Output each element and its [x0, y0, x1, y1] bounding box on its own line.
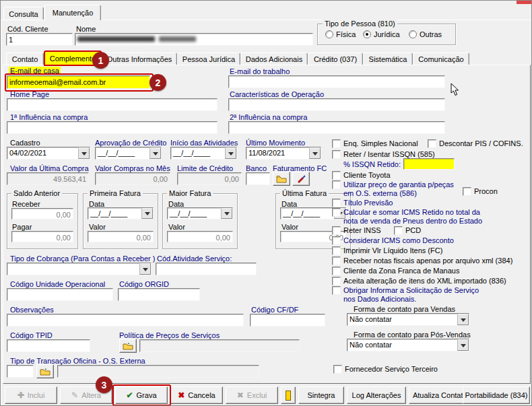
transacao-input[interactable]	[7, 365, 34, 378]
close-button-partial[interactable]	[517, 1, 531, 4]
email-casa-label: E-mail de casa	[9, 67, 61, 75]
faturamento-browse-button[interactable]	[273, 172, 290, 186]
politica-browse-button[interactable]	[119, 339, 137, 353]
caracteristicas-input[interactable]	[228, 98, 445, 111]
sintegra-button[interactable]: Sintegra	[298, 386, 344, 404]
portabilidade-button[interactable]: Portabilidade (834)	[463, 386, 530, 404]
receber-xml-label: Receber notas fiscais apenas por arquivo…	[343, 257, 512, 265]
cancela-button[interactable]: ✖Cancela	[170, 386, 223, 404]
icms-desconto-checkbox[interactable]	[332, 236, 341, 245]
tab-manutencao[interactable]: Manutenção	[44, 5, 101, 20]
check-aceita-xml[interactable]: Aceita alteração de itens do XML importa…	[332, 277, 506, 285]
delete-icon: ✖	[237, 391, 244, 399]
cod-tpid-input[interactable]	[7, 339, 90, 352]
yellow-tool-button[interactable]	[281, 386, 296, 404]
primeira-fatura-title: Primeira Fatura	[88, 189, 143, 198]
radio-fisica[interactable]	[325, 30, 333, 38]
cod-orgid-input[interactable]	[118, 288, 200, 301]
transacao-browse-button[interactable]	[36, 364, 54, 378]
log-alteracoes-button[interactable]: Log Alterações	[347, 386, 406, 404]
garantia-checkbox[interactable]	[332, 180, 341, 189]
chevron-down-icon[interactable]	[457, 339, 469, 351]
reter-issqn-checkbox[interactable]	[332, 150, 341, 159]
inicio-combo[interactable]: __/__/____	[170, 147, 237, 160]
check-enq-simples[interactable]: Enq. Simples Nacional	[332, 139, 418, 148]
imprimir-vlr-checkbox[interactable]	[332, 246, 341, 255]
radio-juridica[interactable]	[363, 30, 371, 38]
cliente-toyota-checkbox[interactable]	[332, 171, 341, 180]
reter-inss-checkbox[interactable]	[332, 226, 341, 235]
influencia1-input[interactable]	[7, 121, 218, 134]
check-pcd[interactable]: PCD	[394, 226, 421, 235]
chevron-down-icon[interactable]	[141, 208, 153, 219]
obrigar-solicitacao-checkbox[interactable]	[332, 286, 341, 295]
check-obrigar-solicitacao[interactable]: Obrigar Informar a Solicitação de Serviç…	[332, 286, 490, 304]
check-descontar-pis[interactable]: Descontar PIS / COFINS.	[428, 139, 523, 148]
influencia2-input[interactable]	[228, 121, 445, 134]
check-fornecedor-terceiro[interactable]: Fornecedor Serviço Terceiro	[333, 365, 438, 374]
tab-consulta[interactable]: Consulta	[3, 7, 44, 20]
receber-xml-checkbox[interactable]	[332, 257, 341, 265]
chevron-down-icon[interactable]	[225, 147, 236, 159]
nome-redaction	[159, 36, 196, 42]
check-garantia[interactable]: Utilizar preço de garantia p/peças em O.…	[332, 180, 460, 198]
check-titulo-previsao[interactable]: Título Previsão	[332, 199, 393, 207]
icms-pneus-checkbox[interactable]	[332, 208, 341, 217]
maior-data-combo[interactable]: __/__/____	[167, 207, 233, 219]
ultimo-movimento-combo[interactable]: 11/08/2021	[246, 147, 321, 160]
tab-pessoa-juridica[interactable]: Pessoa Jurídica	[177, 53, 240, 65]
cod-unidade-input[interactable]	[7, 288, 113, 301]
grava-button[interactable]: ✔Grava	[115, 386, 168, 404]
email-trabalho-input[interactable]	[228, 75, 445, 88]
enq-simples-checkbox[interactable]	[332, 139, 341, 148]
check-imprimir-vlr[interactable]: Imprimir Vlr Líquido Itens (FC)	[332, 246, 442, 255]
inclui-button[interactable]: ✚Inclui	[5, 386, 57, 404]
nome-input[interactable]	[75, 33, 313, 46]
cod-cfdf-input[interactable]	[250, 314, 325, 327]
cadastro-combo[interactable]: 04/02/2021	[7, 147, 90, 160]
pcd-checkbox[interactable]	[394, 226, 403, 235]
vendas-combo[interactable]: Não contatar	[347, 313, 469, 326]
fornecedor-terceiro-checkbox[interactable]	[333, 365, 342, 374]
chevron-down-icon[interactable]	[221, 208, 232, 219]
tab-sistematica[interactable]: Sistemática	[363, 53, 413, 65]
chevron-down-icon[interactable]	[309, 147, 321, 159]
faturamento-edit-button[interactable]	[292, 172, 310, 186]
tab-credito[interactable]: Crédito (037)	[308, 53, 363, 65]
check-icms-desconto[interactable]: Considerar ICMS como Desconto	[332, 236, 454, 245]
observacoes-input[interactable]	[7, 314, 244, 327]
tab-contato[interactable]: Contato	[6, 53, 44, 65]
titulo-previsao-checkbox[interactable]	[332, 199, 341, 207]
tab-outras-informacoes[interactable]: Outras Informações	[102, 53, 177, 65]
check-receber-xml[interactable]: Receber notas fiscais apenas por arquivo…	[332, 257, 512, 265]
chevron-down-icon[interactable]	[149, 147, 161, 159]
chevron-down-icon[interactable]	[139, 263, 151, 275]
procon-checkbox[interactable]	[463, 187, 471, 196]
check-zona-franca[interactable]: Cliente da Zona Franca de Manaus	[332, 267, 459, 275]
banco-input[interactable]	[246, 172, 270, 185]
cod-atividade-input[interactable]	[156, 263, 257, 275]
email-casa-input[interactable]	[7, 75, 150, 89]
check-cliente-toyota[interactable]: Cliente Toyota	[332, 171, 391, 180]
pos-vendas-combo[interactable]: Não contatar	[347, 339, 469, 351]
aprovacao-combo[interactable]: __/__/____	[95, 147, 162, 160]
cod-cliente-input[interactable]	[6, 33, 73, 46]
chevron-down-icon[interactable]	[457, 314, 469, 325]
descontar-pis-checkbox[interactable]	[428, 139, 436, 148]
home-page-input[interactable]	[7, 98, 218, 111]
tipo-cobranca-combo[interactable]	[7, 263, 152, 275]
check-procon[interactable]: Procon	[463, 187, 498, 196]
issqn-retido-input[interactable]	[403, 158, 455, 170]
chevron-down-icon[interactable]	[78, 147, 90, 159]
zona-franca-checkbox[interactable]	[332, 267, 341, 275]
tab-comunicacao[interactable]: Comunicação	[413, 53, 469, 65]
exclui-button[interactable]: ✖Exclui	[226, 386, 278, 404]
check-icms-pneus[interactable]: Calcular e somar ICMS Retido no total da…	[332, 208, 490, 226]
log-alteracoes-label: Log Alterações	[352, 391, 401, 399]
procon-label: Procon	[474, 187, 498, 196]
check-reter-inss[interactable]: Reter INSS	[332, 226, 381, 235]
primeira-data-combo[interactable]: __/__/____	[88, 207, 154, 219]
aceita-xml-checkbox[interactable]	[332, 277, 341, 285]
tab-dados-adicionais[interactable]: Dados Adicionais	[240, 53, 308, 65]
radio-outras[interactable]	[409, 30, 417, 38]
